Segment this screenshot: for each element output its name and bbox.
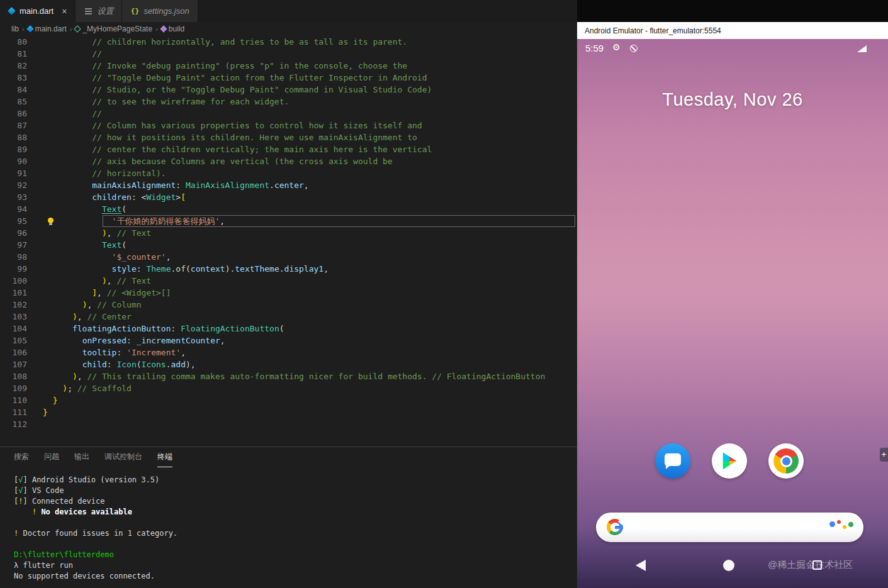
line-number: 91 <box>0 167 27 179</box>
assistant-dots-icon[interactable] <box>829 521 853 527</box>
line-number: 104 <box>0 323 27 335</box>
code-line[interactable]: 84 // Studio, or the "Toggle Debug Paint… <box>0 84 577 96</box>
code-editor[interactable]: 80 // children horizontally, and tries t… <box>0 36 577 447</box>
lightbulb-icon[interactable] <box>48 218 53 223</box>
code-line[interactable]: 88 // how it positions its children. Her… <box>0 131 577 143</box>
tab-settings.json[interactable]: {}settings.json <box>122 0 198 22</box>
code-line[interactable]: 99 style: Theme.of(context).textTheme.di… <box>0 263 577 275</box>
code-line[interactable]: 103 ), // Center <box>0 311 577 323</box>
code-line[interactable]: 95 '干你娘的奶奶得爸爸得妈妈', <box>0 215 577 227</box>
line-number: 93 <box>0 191 27 203</box>
code-line[interactable]: 92 mainAxisAlignment: MainAxisAlignment.… <box>0 179 577 191</box>
bottom-panel: 搜索问题输出调试控制台终端 [√] Android Studio (versio… <box>0 447 577 588</box>
line-number: 105 <box>0 335 27 347</box>
code-line[interactable]: 89 // center the children vertically; th… <box>0 143 577 155</box>
chrome-ring-icon <box>773 448 799 474</box>
code-text: // <box>43 49 102 58</box>
code-line[interactable]: 82 // Invoke "debug painting" (press "p"… <box>0 60 577 72</box>
code-text: floatingActionButton: FloatingActionButt… <box>43 324 284 333</box>
code-line[interactable]: 100 ), // Text <box>0 275 577 287</box>
code-text: // Studio, or the "Toggle Debug Paint" c… <box>43 85 432 94</box>
panel-tab-终端[interactable]: 终端 <box>157 447 172 467</box>
code-line[interactable]: 102 ), // Column <box>0 299 577 311</box>
breadcrumb-label: lib <box>11 25 19 33</box>
breadcrumb-item-lib[interactable]: lib <box>11 25 19 33</box>
code-line[interactable]: 109 ); // Scaffold <box>0 382 577 394</box>
code-line[interactable]: 106 tooltip: 'Increment', <box>0 347 577 358</box>
code-text: ], // <Widget>[] <box>43 288 171 297</box>
code-text: // Invoke "debug painting" (press "p" in… <box>43 61 407 70</box>
code-line[interactable]: 97 Text( <box>0 239 577 251</box>
line-number: 109 <box>0 382 27 394</box>
sliders-icon <box>84 7 93 16</box>
panel-tab-调试控制台[interactable]: 调试控制台 <box>104 447 142 467</box>
window-background <box>577 0 888 22</box>
desktop: main.dart×设置{}settings.json lib›main.dar… <box>0 0 888 588</box>
code-line[interactable]: 86 // <box>0 108 577 119</box>
breadcrumb-item-build[interactable]: build <box>161 25 184 33</box>
panel-tab-输出[interactable]: 输出 <box>74 447 89 467</box>
code-text: tooltip: 'Increment', <box>43 348 186 357</box>
home-button[interactable] <box>723 560 734 571</box>
line-number: 80 <box>0 36 27 48</box>
messages-app-icon[interactable] <box>655 443 690 479</box>
code-line[interactable]: 112 <box>0 418 577 430</box>
line-number: 97 <box>0 239 27 251</box>
panel-tab-搜索[interactable]: 搜索 <box>14 447 29 467</box>
breadcrumb: lib›main.dart›_MyHomePageState›build <box>0 22 577 36</box>
code-text: // axis because Columns are vertical (th… <box>43 157 393 166</box>
code-line[interactable]: 105 onPressed: _incrementCounter, <box>0 335 577 347</box>
code-line[interactable]: 83 // "Toggle Debug Paint" action from t… <box>0 72 577 84</box>
code-text: // horizontal). <box>43 169 166 178</box>
panel-tab-问题[interactable]: 问题 <box>44 447 59 467</box>
code-text: // children horizontally, and tries to b… <box>43 37 407 47</box>
code-line[interactable]: 96 ), // Text <box>0 227 577 239</box>
breadcrumb-separator: › <box>70 25 72 33</box>
line-number: 95 <box>0 215 27 227</box>
code-line[interactable]: 94 Text( <box>0 203 577 215</box>
code-line[interactable]: 101 ], // <Widget>[] <box>0 287 577 299</box>
code-text: Text( <box>43 240 126 250</box>
line-number: 107 <box>0 358 27 370</box>
terminal-output[interactable]: [√] Android Studio (version 3.5)[√] VS C… <box>0 467 577 582</box>
code-text: // "Toggle Debug Paint" action from the … <box>43 73 427 82</box>
code-text: children: <Widget>[ <box>43 192 186 202</box>
line-number: 90 <box>0 155 27 167</box>
code-line[interactable]: 85 // to see the wireframe for each widg… <box>0 96 577 108</box>
tab-main.dart[interactable]: main.dart× <box>0 0 76 22</box>
emulator-screen[interactable]: 5:59 ⚙ Tuesday, Nov 26 <box>577 39 888 588</box>
emulator-side-panel-toggle[interactable]: + <box>880 448 888 462</box>
breadcrumb-label: build <box>169 25 184 33</box>
code-line[interactable]: 81 // <box>0 48 577 60</box>
panel-tab-bar: 搜索问题输出调试控制台终端 <box>0 447 577 467</box>
code-line[interactable]: 93 children: <Widget>[ <box>0 191 577 203</box>
line-number: 98 <box>0 251 27 263</box>
code-line[interactable]: 87 // Column has various properties to c… <box>0 119 577 131</box>
code-line[interactable]: 107 child: Icon(Icons.add), <box>0 358 577 370</box>
tab-设置[interactable]: 设置 <box>76 0 122 22</box>
code-text: ); // Scaffold <box>43 384 132 393</box>
code-line[interactable]: 104 floatingActionButton: FloatingAction… <box>0 323 577 335</box>
code-text: onPressed: _incrementCounter, <box>43 336 225 345</box>
emulator-title[interactable]: Android Emulator - flutter_emulator:5554 <box>577 22 888 39</box>
code-text: mainAxisAlignment: MainAxisAlignment.cen… <box>43 180 309 190</box>
code-line[interactable]: 91 // horizontal). <box>0 167 577 179</box>
line-number: 83 <box>0 72 27 84</box>
code-line[interactable]: 80 // children horizontally, and tries t… <box>0 36 577 48</box>
code-line[interactable]: 98 '$_counter', <box>0 251 577 263</box>
code-line[interactable]: 90 // axis because Columns are vertical … <box>0 155 577 167</box>
terminal-line: ! Doctor found issues in 1 category. <box>14 528 577 539</box>
code-text: ), // Center <box>43 312 132 321</box>
code-line[interactable]: 111} <box>0 406 577 418</box>
google-play-app-icon[interactable] <box>712 443 747 479</box>
code-text: style: Theme.of(context).textTheme.displ… <box>43 264 329 274</box>
home-date: Tuesday, Nov 26 <box>577 89 888 110</box>
chrome-app-icon[interactable] <box>768 443 804 479</box>
line-number: 112 <box>0 418 27 430</box>
code-line[interactable]: 110 } <box>0 394 577 406</box>
breadcrumb-item-_MyHomePageState[interactable]: _MyHomePageState <box>75 25 152 33</box>
breadcrumb-item-main.dart[interactable]: main.dart <box>28 25 67 33</box>
code-line[interactable]: 108 ), // This trailing comma makes auto… <box>0 370 577 382</box>
code-text: } <box>43 408 48 417</box>
close-icon[interactable]: × <box>62 6 67 16</box>
